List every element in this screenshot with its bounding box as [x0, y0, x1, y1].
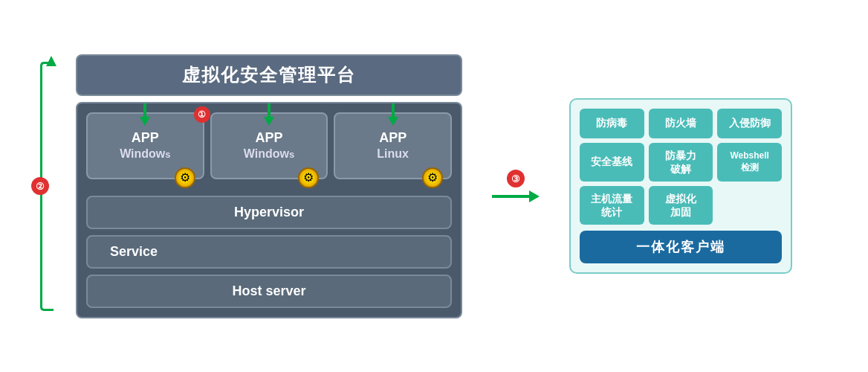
feature-firewall: 防火墙 [649, 109, 713, 138]
vm2-os-label: Windows [244, 147, 294, 161]
platform-title: 虚拟化安全管理平台 [182, 65, 356, 85]
vm2-gear-icon: ⚙ [298, 167, 319, 188]
vm1-gear-icon: ⚙ [175, 167, 195, 188]
badge-3: ③ [507, 170, 525, 187]
service-layer: Service [86, 235, 452, 269]
vm-box-2: APP Windows ⚙ [210, 112, 328, 179]
vm2-app-label: APP [256, 130, 283, 146]
main-diagram: ② 虚拟化安全管理平台 APP Wind [54, 39, 814, 333]
vm-box-1: APP Windows ① ⚙ [86, 112, 204, 179]
feature-baseline: 安全基线 [580, 143, 644, 182]
vm3-os-label: Linux [377, 147, 409, 161]
features-empty [717, 186, 782, 225]
vm-row: APP Windows ① ⚙ [86, 112, 452, 179]
vm3-arrow [388, 103, 398, 126]
feature-webshell: Webshell 检测 [717, 143, 782, 182]
features-grid: 防病毒 防火墙 入侵防御 安全基线 防暴力 破解 Webshell 检测 主机流… [580, 109, 782, 225]
spacer [86, 185, 452, 190]
vm3-gear-icon: ⚙ [422, 167, 443, 188]
feature-bruteforce: 防暴力 破解 [649, 143, 713, 182]
vm1-os-label: Windows [120, 147, 170, 161]
client-btn: 一体化客户端 [580, 231, 782, 263]
vm-box-3: APP Linux ⚙ [334, 112, 452, 179]
architecture-block: ② 虚拟化安全管理平台 APP Wind [76, 54, 462, 318]
platform-title-box: 虚拟化安全管理平台 [76, 54, 462, 96]
hypervisor-layer: Hypervisor [86, 196, 452, 229]
badge-1: ① [194, 106, 210, 123]
host-server-layer: Host server [86, 275, 452, 308]
feature-ips: 入侵防御 [717, 109, 782, 138]
features-panel: 防病毒 防火墙 入侵防御 安全基线 防暴力 破解 Webshell 检测 主机流… [569, 98, 792, 275]
vm1-arrow [140, 103, 150, 126]
feature-traffic: 主机流量 统计 [580, 186, 644, 225]
vm1-app-label: APP [132, 130, 159, 146]
up-arrow-indicator [46, 56, 56, 66]
feature-antivirus: 防病毒 [580, 109, 644, 138]
vm3-app-label: APP [379, 130, 407, 146]
feature-virt-hardening: 虚拟化 加固 [649, 186, 713, 225]
right-arrow [492, 190, 540, 202]
inner-box: APP Windows ① ⚙ [76, 102, 462, 318]
middle-arrow-section: ③ [492, 170, 540, 202]
vm2-arrow [264, 103, 274, 126]
badge-2: ② [31, 177, 49, 195]
